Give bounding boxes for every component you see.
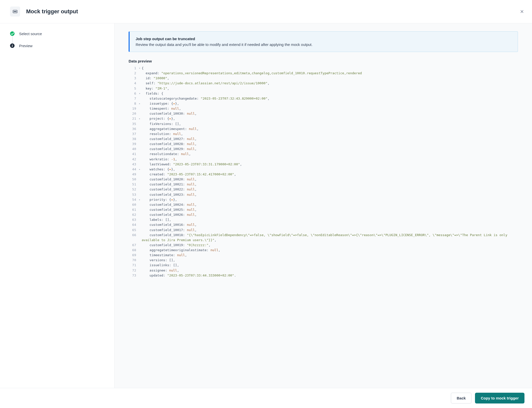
line-number: 73 [129,273,138,278]
code-line: 6▾ fields: { [129,91,518,96]
line-number: 54 [129,197,138,202]
line-number: 51 [129,182,138,187]
code-line: 61 customfield_10025: null, [129,207,518,212]
fold-toggle-icon[interactable]: ▸ [138,116,142,121]
fold-toggle-icon [138,157,142,162]
line-number: 3 [129,76,138,81]
code-line: 53 customfield_10023: null, [129,192,518,197]
fold-toggle-icon [138,268,142,273]
fold-toggle-icon [138,121,142,126]
line-number: 2 [129,71,138,76]
line-number: 53 [129,192,138,197]
line-number: 70 [129,258,138,263]
fold-toggle-icon [138,217,142,222]
line-number: 52 [129,187,138,192]
fold-toggle-icon[interactable]: ▾ [138,91,142,96]
code-line: 60 customfield_10024: null, [129,202,518,207]
code-content: customfield_10017: null, [142,228,518,233]
fold-toggle-icon[interactable]: ▾ [138,66,142,71]
fold-toggle-icon [138,212,142,217]
code-line: 54▸ priority: {↔}, [129,197,518,202]
code-content: customfield_10016: null, [142,222,518,227]
fold-toggle-icon [138,111,142,116]
fold-toggle-icon [138,253,142,258]
line-number: 21 [129,116,138,121]
step-select-source[interactable]: Select source [10,31,104,36]
fold-toggle-icon [138,202,142,207]
step-preview[interactable]: 2 Preview [10,43,104,48]
fold-toggle-icon [138,126,142,131]
fold-toggle-icon [138,243,142,248]
line-number: 1 [129,66,138,71]
fold-toggle-icon [138,162,142,167]
code-content: resolution: null, [142,131,518,137]
fold-toggle-icon[interactable]: ▸ [138,167,142,172]
code-content: customfield_10028: null, [142,142,518,147]
code-viewer[interactable]: 1▾{2 expand: "operations,versionedRepres… [129,66,518,278]
fold-toggle-icon[interactable]: ▸ [138,101,142,106]
code-line: 42 workratio: -1, [129,157,518,162]
line-number: 40 [129,147,138,152]
code-line: 19 timespent: null, [129,106,518,111]
code-line: 71 issuelinks: [], [129,263,518,268]
code-content: timespent: null, [142,106,518,111]
code-line: 69 timeestimate: null, [129,253,518,258]
code-line: 40 customfield_10029: null, [129,147,518,152]
line-number: 6 [129,91,138,96]
code-line: 21▸ project: {↔}, [129,116,518,121]
line-number: 8 [129,101,138,106]
code-content: customfield_10026: null, [142,212,518,217]
code-content: self: "https://jude-docs.atlassian.net/r… [142,81,518,86]
close-icon[interactable] [519,9,524,14]
code-content: customfield_10022: null, [142,187,518,192]
code-line: 20 customfield_10030: null, [129,111,518,116]
code-content: priority: {↔}, [142,197,518,202]
fold-toggle-icon [138,273,142,278]
fold-toggle-icon [138,71,142,76]
code-line: 38 customfield_10027: null, [129,137,518,142]
line-number: 44 [129,167,138,172]
fold-toggle-icon [138,177,142,182]
code-line: 3 id: "10000", [129,76,518,81]
fold-toggle-icon [138,96,142,101]
code-line: 2 expand: "operations,versionedRepresent… [129,71,518,76]
code-content: updated: "2023-05-23T07:33:44.333000+02:… [142,273,518,278]
fold-toggle-icon [138,172,142,177]
svg-point-3 [16,11,16,12]
line-number: 7 [129,96,138,101]
code-content: customfield_10025: null, [142,207,518,212]
line-number: 64 [129,222,138,227]
line-number: 43 [129,162,138,167]
mock-trigger-icon [10,7,20,17]
code-line: 4 self: "https://jude-docs.atlassian.net… [129,81,518,86]
fold-toggle-icon [138,187,142,192]
code-content: issuelinks: [], [142,263,518,268]
code-content: customfield_10027: null, [142,137,518,142]
fold-toggle-icon[interactable]: ▸ [138,197,142,202]
code-line: 41 resolutiondate: null, [129,152,518,157]
svg-point-1 [14,11,15,12]
notice-title: Job step output can be truncated [136,37,512,41]
fold-toggle-icon [138,263,142,268]
fold-toggle-icon [138,258,142,263]
fold-toggle-icon [138,137,142,142]
code-content: lastViewed: "2023-05-23T07:33:31.179000+… [142,162,518,167]
line-number: 68 [129,248,138,253]
code-content: key: "IM-1", [142,86,518,91]
line-number: 65 [129,228,138,233]
line-number: 37 [129,131,138,137]
step-label: Select source [19,32,42,36]
data-preview-heading: Data preview [129,59,518,63]
code-line: 63 labels: [], [129,217,518,222]
code-line: 67 customfield_10019: "0|hzzzzz:", [129,243,518,248]
code-content: versions: [], [142,258,518,263]
code-content: workratio: -1, [142,157,518,162]
line-number: 61 [129,207,138,212]
check-icon [10,31,15,36]
code-content: created: "2023-05-23T07:15:42.417000+02:… [142,172,518,177]
code-line: 39 customfield_10028: null, [129,142,518,147]
line-number: 20 [129,111,138,116]
code-line: 52 customfield_10022: null, [129,187,518,192]
code-content: id: "10000", [142,76,518,81]
code-line: 49 created: "2023-05-23T07:15:42.417000+… [129,172,518,177]
